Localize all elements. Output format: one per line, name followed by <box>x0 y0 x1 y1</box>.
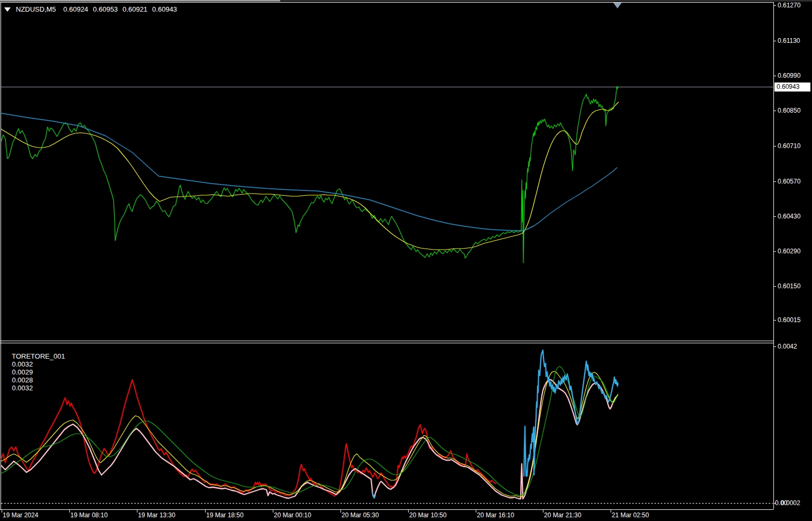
time-axis-label: 20 Mar 10:50 <box>409 511 447 519</box>
symbol-period-label: NZDUSD,M5 <box>16 5 56 13</box>
price-axis-label: 0.60570 <box>778 178 800 185</box>
indicator-value-1: 0.0032 <box>12 360 33 368</box>
time-axis-label: 19 Mar 13:30 <box>138 511 176 519</box>
indicator-value-4: 0.0032 <box>12 384 33 392</box>
price-axis-label: 0.60710 <box>778 142 800 150</box>
time-axis-label: 20 Mar 00:10 <box>274 511 311 519</box>
price-axis-label: 0.60990 <box>778 72 800 79</box>
symbol-ohlc-readout: NZDUSD,M5 0.60924 0.60953 0.60921 0.6094… <box>4 5 182 13</box>
price-axis-label: 0.61270 <box>778 2 800 9</box>
sub-axis-max-label: 0.0042 <box>778 343 797 350</box>
price-axis-label: 0.60015 <box>778 316 800 324</box>
symbol-arrow-icon <box>4 7 11 12</box>
time-axis-label: 19 Mar 08:10 <box>70 511 108 519</box>
time-axis-label: 19 Mar 18:50 <box>206 511 244 519</box>
high-value: 0.60953 <box>93 5 118 13</box>
indicator-name: TORETORE_001 <box>12 352 65 360</box>
sub-axis-min-label: 0.0002 <box>781 499 800 507</box>
close-value: 0.60943 <box>152 5 177 13</box>
price-axis-label: 0.60290 <box>778 248 800 255</box>
time-axis-label: 20 Mar 05:30 <box>342 511 379 519</box>
chart-shift-marker-icon[interactable] <box>613 3 622 8</box>
time-axis-label: 21 Mar 02:50 <box>612 511 649 519</box>
price-axis-label: 0.60430 <box>778 213 800 220</box>
chart-canvas[interactable] <box>0 0 812 521</box>
time-axis-label: 20 Mar 16:10 <box>477 511 514 519</box>
indicator-readout: TORETORE_001 0.0032 0.0029 0.0028 0.0032 <box>4 344 70 400</box>
price-axis-label: 0.61130 <box>778 37 800 44</box>
open-value: 0.60924 <box>63 5 88 13</box>
low-value: 0.60921 <box>123 5 147 13</box>
indicator-value-3: 0.0028 <box>12 376 33 384</box>
indicator-value-2: 0.0029 <box>12 368 33 376</box>
mt4-chart-window: NZDUSD,M5 0.60924 0.60953 0.60921 0.6094… <box>0 0 812 521</box>
time-axis-label: 19 Mar 2024 <box>3 511 38 519</box>
current-price-label: 0.60943 <box>774 83 810 92</box>
price-axis-label: 0.60850 <box>778 107 800 114</box>
price-axis-label: 0.60150 <box>778 282 800 290</box>
time-axis-label: 20 Mar 21:30 <box>544 511 582 519</box>
